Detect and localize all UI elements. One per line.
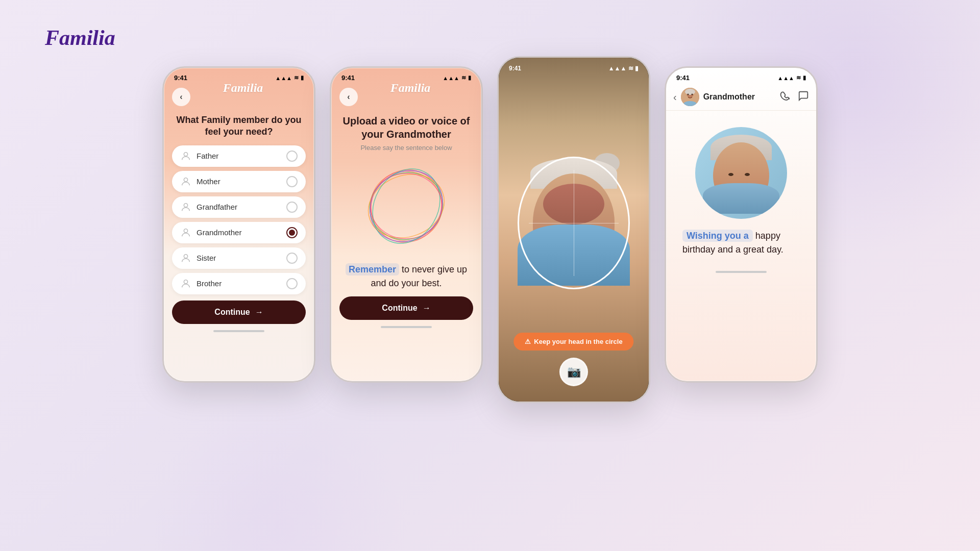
battery-icon-2: ▮ [468, 74, 471, 81]
keep-circle-label: Keep your head in the circle [534, 338, 622, 345]
option-grandfather[interactable]: Grandfather [172, 196, 306, 218]
sister-label: Sister [197, 254, 216, 262]
grandmother-radio-selected[interactable] [286, 227, 298, 238]
chat-actions [778, 90, 809, 104]
mother-label: Mother [197, 177, 220, 186]
svg-point-9 [358, 158, 455, 255]
option-grandmother[interactable]: Grandmother [172, 222, 306, 243]
brother-radio[interactable] [286, 278, 298, 289]
phone-3-camera: 9:41 ▲▲▲ ≋ ▮ ⚠ Keep your head in the cir… [497, 56, 650, 403]
grandfather-label: Grandfather [197, 203, 237, 211]
highlight-remember: Remember [346, 263, 399, 276]
svg-point-16 [685, 89, 695, 95]
signal-icon-1: ▲▲▲ [275, 75, 292, 81]
phone2-logo: Familia [358, 81, 463, 95]
home-indicator-4 [716, 271, 767, 273]
camera-status-bar: 9:41 ▲▲▲ ≋ ▮ [499, 58, 649, 75]
phone1-content: What Family member do you feel your need… [164, 114, 314, 294]
battery-icon-4: ▮ [803, 74, 806, 81]
option-father[interactable]: Father [172, 145, 306, 167]
grandmother-icon [180, 227, 191, 238]
chat-message: Wishing you a happy birthday and a great… [674, 227, 808, 259]
camera-icon: 📷 [567, 365, 581, 379]
svg-point-2 [184, 203, 187, 207]
grandfather-radio[interactable] [286, 202, 298, 213]
svg-point-18 [687, 94, 689, 95]
camera-signal: ▲▲▲ [608, 65, 627, 72]
face-guide-lines [518, 157, 630, 289]
phone1-question: What Family member do you feel your need… [172, 114, 306, 138]
phone-4-chat: 9:41 ▲▲▲ ≋ ▮ ‹ Grandmothe [665, 66, 818, 383]
phone-1-family-selection: 9:41 ▲▲▲ ≋ ▮ ‹ Familia What Family membe… [162, 66, 315, 383]
svg-point-7 [358, 158, 455, 255]
option-mother[interactable]: Mother [172, 171, 306, 192]
continue-button-2[interactable]: Continue → [339, 296, 473, 320]
phone2-title: Upload a video or voice of your Grandmot… [341, 114, 471, 141]
warning-icon: ⚠ [525, 338, 531, 345]
phone2-content: Upload a video or voice of your Grandmot… [331, 114, 481, 290]
svg-point-12 [359, 158, 453, 255]
father-label: Father [197, 152, 218, 160]
grandma-inner-face [708, 132, 774, 214]
call-icon-4[interactable] [778, 90, 790, 104]
time-4: 9:41 [676, 74, 690, 82]
svg-point-8 [362, 165, 451, 248]
home-indicator-2 [381, 326, 432, 328]
phones-container: 9:41 ▲▲▲ ≋ ▮ ‹ Familia What Family membe… [41, 66, 939, 403]
svg-point-0 [184, 152, 187, 156]
camera-battery: ▮ [635, 65, 639, 72]
back-button-2[interactable]: ‹ [339, 88, 358, 106]
svg-point-19 [691, 94, 693, 95]
camera-time: 9:41 [509, 65, 521, 72]
chat-highlight: Wishing you a [682, 230, 753, 242]
status-icons-2: ▲▲▲ ≋ ▮ [443, 74, 471, 81]
time-2: 9:41 [341, 74, 355, 82]
option-brother[interactable]: Brother [172, 273, 306, 294]
option-sister[interactable]: Sister [172, 247, 306, 269]
contact-name-4: Grandmother [703, 92, 774, 102]
father-icon [180, 151, 191, 162]
wifi-icon-1: ≋ [294, 74, 299, 81]
svg-point-6 [365, 166, 447, 246]
time-1: 9:41 [174, 74, 187, 82]
battery-icon-1: ▮ [301, 74, 304, 81]
svg-point-3 [184, 229, 187, 232]
sister-radio[interactable] [286, 253, 298, 264]
status-icons-1: ▲▲▲ ≋ ▮ [275, 74, 304, 81]
chat-area: Wishing you a happy birthday and a great… [666, 111, 816, 267]
continue-button-1[interactable]: Continue → [172, 300, 306, 324]
back-button-4[interactable]: ‹ [673, 91, 677, 103]
signal-icon-2: ▲▲▲ [443, 75, 459, 81]
brother-label: Brother [197, 279, 222, 288]
grandmother-label: Grandmother [197, 228, 241, 237]
app-logo: Familia [45, 26, 115, 50]
status-bar-4: 9:41 ▲▲▲ ≋ ▮ [666, 68, 816, 84]
mother-radio[interactable] [286, 176, 298, 187]
camera-wifi: ≋ [628, 65, 635, 72]
wifi-icon-2: ≋ [461, 74, 466, 81]
svg-point-1 [184, 178, 187, 181]
home-indicator-1 [213, 330, 264, 332]
voice-circle [358, 158, 455, 255]
father-radio[interactable] [286, 151, 298, 162]
sister-icon [180, 253, 191, 264]
signal-icon-4: ▲▲▲ [777, 75, 794, 81]
chat-header: ‹ Grandmother [666, 84, 816, 111]
camera-shutter-button[interactable]: 📷 [559, 358, 588, 386]
phone2-quote: Remember to never give up and do your be… [341, 263, 471, 290]
status-icons-4: ▲▲▲ ≋ ▮ [777, 74, 806, 81]
phone2-subtitle: Please say the sentence below [341, 144, 471, 152]
mother-icon [180, 176, 191, 187]
keep-circle-button[interactable]: ⚠ Keep your head in the circle [513, 333, 633, 350]
wifi-icon-4: ≋ [796, 74, 801, 81]
message-icon-4[interactable] [798, 90, 809, 104]
svg-point-10 [358, 158, 455, 255]
brother-icon [180, 278, 191, 289]
contact-avatar-4 [681, 88, 699, 106]
phone1-logo: Familia [190, 81, 296, 95]
svg-point-5 [184, 280, 187, 283]
svg-point-4 [184, 254, 187, 258]
grandma-avatar-large [695, 127, 787, 219]
camera-view: 9:41 ▲▲▲ ≋ ▮ ⚠ Keep your head in the cir… [499, 58, 649, 402]
back-button-1[interactable]: ‹ [172, 88, 190, 106]
